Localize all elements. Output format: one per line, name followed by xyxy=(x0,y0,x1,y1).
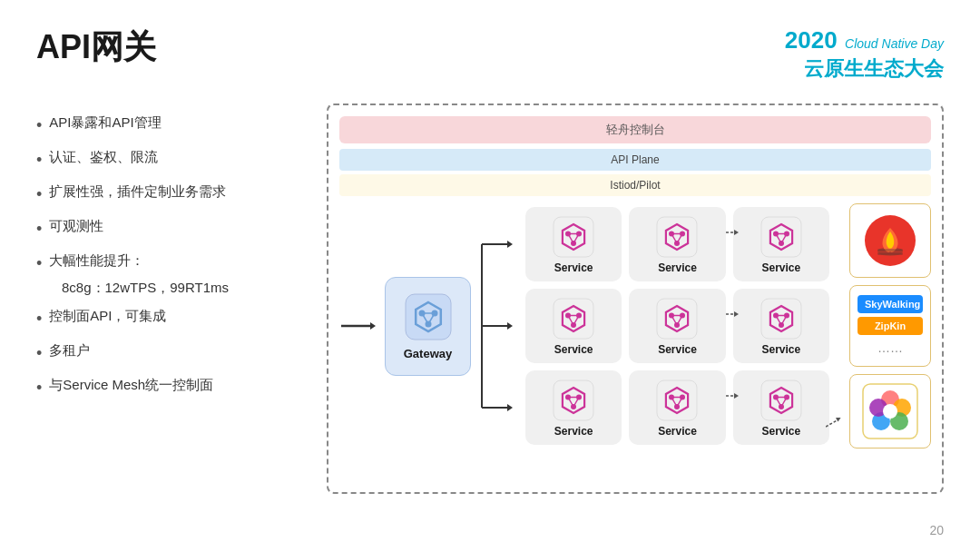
svg-line-107 xyxy=(826,419,838,427)
svg-marker-14 xyxy=(507,322,513,330)
service-icon xyxy=(656,298,698,340)
gateway-box: Gateway xyxy=(385,277,471,376)
zipkin-label: ZipKin xyxy=(858,317,923,335)
dashed-arrow-icon xyxy=(726,309,740,320)
bullet-dot: • xyxy=(36,113,42,138)
architecture-diagram: 轻舟控制台 API Plane Istiod/Pilot xyxy=(327,104,944,494)
list-item: • 扩展性强，插件定制业务需求 xyxy=(36,182,309,207)
control-panel-label: 轻舟控制台 xyxy=(339,116,931,143)
svg-rect-70 xyxy=(554,380,593,420)
service-cell: Service xyxy=(525,370,622,445)
bullet-list: • API暴露和API管理 • 认证、鉴权、限流 • 扩展性强，插件定制业务需求… xyxy=(36,104,309,494)
bullet-dot: • xyxy=(36,307,42,331)
list-item: • 多租户 xyxy=(36,340,309,366)
service-cell: Service xyxy=(629,207,725,281)
service-cell-wrapper: Service xyxy=(629,207,725,281)
event-title: 2020 Cloud Native Day 云原生生态大会 xyxy=(785,25,944,82)
flower-icon xyxy=(862,383,918,439)
dots-label: …… xyxy=(877,339,903,357)
svg-rect-18 xyxy=(554,217,593,257)
svg-marker-35 xyxy=(734,230,739,235)
service-icon xyxy=(760,380,802,421)
svg-marker-12 xyxy=(507,241,513,248)
svg-rect-26 xyxy=(657,217,697,257)
svg-marker-87 xyxy=(734,393,739,399)
service-label: Service xyxy=(761,261,800,274)
svg-rect-44 xyxy=(554,299,593,339)
input-arrow-icon xyxy=(339,317,376,335)
bullet-dot: • xyxy=(36,341,42,366)
service-cell: Service xyxy=(525,289,622,363)
bullet-dot: • xyxy=(36,182,42,207)
svg-rect-78 xyxy=(657,380,697,420)
service-label: Service xyxy=(554,343,593,356)
svg-rect-52 xyxy=(657,299,697,339)
tools-logo-box: SkyWalking ZipKin …… xyxy=(849,285,931,367)
service-label: Service xyxy=(761,343,800,356)
list-item: • API暴露和API管理 xyxy=(36,113,309,138)
service-cell-wrapper: Service xyxy=(629,370,725,445)
svg-rect-2 xyxy=(406,294,451,340)
diagonal-arrow-icon xyxy=(826,418,844,429)
service-label: Service xyxy=(658,425,697,438)
event-cn: 云原生生态大会 xyxy=(785,56,944,83)
service-label: Service xyxy=(658,261,697,274)
dashed-arrow-icon xyxy=(726,227,740,238)
page-title: API网关 xyxy=(36,25,156,70)
bullet-dot: • xyxy=(36,217,42,242)
service-icon xyxy=(553,380,594,421)
service-cell: Service xyxy=(733,207,829,281)
service-icon xyxy=(760,298,802,340)
right-panel: SkyWalking ZipKin …… xyxy=(849,203,931,448)
list-item: • 控制面API，可集成 xyxy=(36,306,309,331)
bullet-dot: • xyxy=(36,376,42,400)
service-cell: Service xyxy=(733,370,829,445)
service-label: Service xyxy=(554,261,593,274)
svg-marker-61 xyxy=(734,311,739,317)
list-sub-item: 8c8g：12wTPS，99RT1ms xyxy=(62,280,309,297)
flame-icon xyxy=(863,213,917,268)
event-en: Cloud Native Day xyxy=(845,36,944,51)
service-icon xyxy=(553,216,594,258)
list-item: • 认证、鉴权、限流 xyxy=(36,147,309,172)
svg-marker-1 xyxy=(370,322,376,330)
flame-logo-box xyxy=(849,203,931,278)
main-content: • API暴露和API管理 • 认证、鉴权、限流 • 扩展性强，插件定制业务需求… xyxy=(0,82,980,512)
dashed-arrow-icon xyxy=(726,390,740,401)
list-item: • 与Service Mesh统一控制面 xyxy=(36,375,309,400)
service-cell: Service xyxy=(733,289,829,363)
svg-point-106 xyxy=(883,404,897,419)
flower-logo-box xyxy=(849,374,931,448)
page-number: 20 xyxy=(929,523,944,537)
service-grid: Service xyxy=(525,207,829,445)
service-icon xyxy=(656,216,698,258)
service-icon xyxy=(656,380,698,421)
service-icon xyxy=(553,298,594,340)
list-item: • 大幅性能提升： xyxy=(36,251,309,276)
service-label: Service xyxy=(554,425,593,438)
svg-marker-17 xyxy=(507,404,513,411)
service-label: Service xyxy=(761,425,800,438)
bullet-dot: • xyxy=(36,148,42,172)
api-plane-label: API Plane xyxy=(339,149,931,171)
service-cell: Service xyxy=(629,289,725,363)
service-icon xyxy=(760,216,802,258)
svg-rect-36 xyxy=(761,217,801,257)
skywalking-label: SkyWalking xyxy=(858,295,923,313)
bullet-dot: • xyxy=(36,251,42,276)
gateway-arrows-icon xyxy=(480,203,516,448)
service-cell: Service xyxy=(525,207,622,281)
svg-rect-62 xyxy=(761,299,801,339)
header: API网关 2020 Cloud Native Day 云原生生态大会 xyxy=(0,0,980,82)
svg-marker-108 xyxy=(836,418,843,422)
service-cell: Service xyxy=(629,370,725,445)
service-label: Service xyxy=(658,343,697,356)
svg-rect-98 xyxy=(877,249,903,251)
gateway-label: Gateway xyxy=(404,347,452,360)
gateway-icon xyxy=(404,292,453,341)
svg-rect-88 xyxy=(761,380,801,420)
list-item: • 可观测性 xyxy=(36,216,309,242)
service-cell-wrapper: Service xyxy=(629,289,725,363)
event-year: 2020 xyxy=(785,26,838,54)
svg-rect-99 xyxy=(877,252,903,255)
